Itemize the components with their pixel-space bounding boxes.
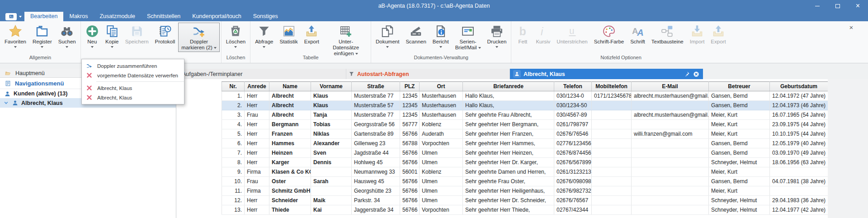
- table-cell[interactable]: Herr: [245, 158, 269, 167]
- table-cell[interactable]: [592, 129, 632, 139]
- menu-item-albrecht-klaus[interactable]: Albrecht, Klaus: [82, 93, 184, 102]
- table-cell[interactable]: Thiede: [269, 205, 311, 215]
- column-header-plz[interactable]: PLZ: [400, 82, 420, 91]
- column-header-name[interactable]: Name: [269, 82, 311, 91]
- table-cell[interactable]: 16.07.1965 (54 Jahre): [770, 110, 828, 120]
- table-cell[interactable]: [592, 196, 632, 205]
- protokoll-button[interactable]: Protokoll: [152, 23, 179, 46]
- table-row[interactable]: 4.HerrBergmannTobiasGeorgsstraße 5656777…: [222, 120, 828, 129]
- column-header-betreuer[interactable]: Betreuer: [709, 82, 770, 91]
- doppler-markieren-2-button[interactable]: Doppler markieren (2): [178, 23, 219, 52]
- menu-tab-schnittstellen[interactable]: Schnittstellen: [141, 12, 186, 21]
- table-cell[interactable]: Schmitz GmbH: [269, 186, 311, 196]
- table-cell[interactable]: Musterstraße 57: [352, 101, 400, 110]
- dokument-button[interactable]: Dokument: [373, 23, 402, 49]
- table-cell[interactable]: 8.: [222, 158, 245, 167]
- table-cell[interactable]: Vorpochten: [420, 139, 463, 148]
- table-cell[interactable]: Sarah: [311, 177, 352, 186]
- table-cell[interactable]: Herr: [245, 129, 269, 139]
- table-cell[interactable]: [632, 186, 709, 196]
- table-row[interactable]: 2.HerrAlbrechtKlausMusterstraße 5712345M…: [222, 101, 828, 110]
- table-cell[interactable]: Georgsstraße 56: [352, 120, 400, 129]
- column-header-anrede[interactable]: Anrede: [245, 82, 269, 91]
- tab-albrecht-klaus[interactable]: Albrecht, Klaus: [510, 69, 703, 79]
- table-cell[interactable]: Musterstraße 77: [352, 110, 400, 120]
- table-cell[interactable]: Sehr geehrter Herr Franzen,: [463, 129, 554, 139]
- table-cell[interactable]: Albrecht: [269, 91, 311, 101]
- menu-item-doppler-zusammenfuehren[interactable]: Doppler zusammenführen: [82, 61, 184, 71]
- table-cell[interactable]: 29.04.1983 (36 Jahre): [770, 196, 828, 205]
- table-cell[interactable]: Dennis: [311, 158, 352, 167]
- table-cell[interactable]: Musterstraße 77: [352, 91, 400, 101]
- bericht-button[interactable]: Bericht: [429, 23, 452, 49]
- table-cell[interactable]: Gansen, Bernd: [709, 91, 770, 101]
- table-cell[interactable]: Musterhausen: [420, 101, 463, 110]
- table-cell[interactable]: Meier, Kurt: [709, 129, 770, 139]
- table-cell[interactable]: 02776/123456: [554, 139, 592, 148]
- table-cell[interactable]: Hohlweg 45: [352, 158, 400, 167]
- table-cell[interactable]: Albrecht: [269, 110, 311, 120]
- table-cell[interactable]: Firma: [245, 186, 269, 196]
- table-cell[interactable]: 4.: [222, 120, 245, 129]
- menu-tab-zusatzmodule[interactable]: Zusatzmodule: [94, 12, 141, 21]
- table-cell[interactable]: 56788: [400, 139, 420, 148]
- table-cell[interactable]: Musterhausen: [420, 110, 463, 120]
- table-cell[interactable]: Gansen, Bernd: [709, 177, 770, 186]
- kopie-button[interactable]: Kopie: [102, 23, 122, 49]
- table-row[interactable]: 10.FrauOsterSarahHausweg 4556766UlmenSeh…: [222, 177, 828, 186]
- table-cell[interactable]: 6.: [222, 139, 245, 148]
- table-row[interactable]: 6.HerrHammesAlexanderGillenweg 2356788Vo…: [222, 139, 828, 148]
- table-cell[interactable]: Koblenz: [420, 120, 463, 129]
- table-cell[interactable]: [592, 158, 632, 167]
- app-menu-button[interactable]: [3, 12, 24, 21]
- table-cell[interactable]: 0261/3123213: [554, 167, 592, 177]
- table-cell[interactable]: Meier, Kurt: [709, 167, 770, 177]
- table-cell[interactable]: 13.: [222, 205, 245, 215]
- table-cell[interactable]: 02676/76546: [554, 129, 592, 139]
- table-cell[interactable]: 3.: [222, 110, 245, 120]
- table-cell[interactable]: Auderath: [420, 129, 463, 139]
- serien-brief-mail-button[interactable]: Serien- Brief/Mail: [452, 23, 484, 52]
- neu-button[interactable]: Neu: [82, 23, 102, 49]
- table-cell[interactable]: Ulmen: [420, 186, 463, 196]
- menu-item-vorgemerkte-datensaetze-verwerfen[interactable]: vorgemerkte Datensätze verwerfen: [82, 71, 184, 80]
- table-cell[interactable]: Schneyder, Helmut: [709, 196, 770, 205]
- textbausteine-button[interactable]: Textbausteine: [648, 23, 687, 46]
- table-cell[interactable]: Franzen: [269, 129, 311, 139]
- table-cell[interactable]: [632, 120, 709, 129]
- table-cell[interactable]: 02767/42344: [554, 205, 592, 215]
- table-cell[interactable]: Gillenweg 23: [352, 139, 400, 148]
- table-cell[interactable]: Frau: [245, 110, 269, 120]
- table-cell[interactable]: 18.06.1956 (63 Jahre): [770, 158, 828, 167]
- statistik-button[interactable]: Statistik: [276, 23, 301, 46]
- column-header-nr[interactable]: Nr.: [222, 82, 245, 91]
- table-cell[interactable]: [632, 139, 709, 148]
- table-cell[interactable]: albrecht.musterhausen@gmail.com: [632, 110, 709, 120]
- pin-tab-icon[interactable]: [684, 71, 690, 77]
- table-cell[interactable]: [592, 186, 632, 196]
- column-header-vorname[interactable]: Vorname: [311, 82, 352, 91]
- table-cell[interactable]: 56766: [400, 148, 420, 158]
- table-cell[interactable]: Tanja: [311, 110, 352, 120]
- table-cell[interactable]: Bergmann: [269, 120, 311, 129]
- table-cell[interactable]: Klaus: [311, 91, 352, 101]
- close-tab-icon[interactable]: [693, 71, 699, 77]
- table-cell[interactable]: 12345: [400, 101, 420, 110]
- table-cell[interactable]: Jagdstraße 44: [352, 148, 400, 158]
- table-cell[interactable]: 12.04.1973 (46 Jahre): [770, 101, 828, 110]
- table-row[interactable]: 11.FirmaSchmitz GmbHGeorgshütte 2356766U…: [222, 186, 828, 196]
- table-cell[interactable]: Sehr geehrte Damen und Herren,: [463, 167, 554, 177]
- table-cell[interactable]: 9.: [222, 167, 245, 177]
- table-row[interactable]: 8.HerrKargerDennisHohlweg 4556766UlmenSe…: [222, 158, 828, 167]
- table-cell[interactable]: 02676/874456: [554, 148, 592, 158]
- table-cell[interactable]: [311, 186, 352, 196]
- menu-item-albrecht-klaus[interactable]: Albrecht, Klaus: [82, 83, 184, 93]
- column-header-geburtsdatum[interactable]: Geburtsdatum: [770, 82, 828, 91]
- table-cell[interactable]: Maik: [311, 196, 352, 205]
- table-cell[interactable]: Ulmen: [420, 196, 463, 205]
- table-cell[interactable]: Ulmen: [420, 177, 463, 186]
- table-cell[interactable]: willi.franzen@gmail.com: [632, 129, 709, 139]
- table-cell[interactable]: 10.10.1975 (44 Jahre): [770, 129, 828, 139]
- table-cell[interactable]: 56766: [400, 196, 420, 205]
- table-cell[interactable]: Sehr geehrter Herr Heinzen,: [463, 148, 554, 158]
